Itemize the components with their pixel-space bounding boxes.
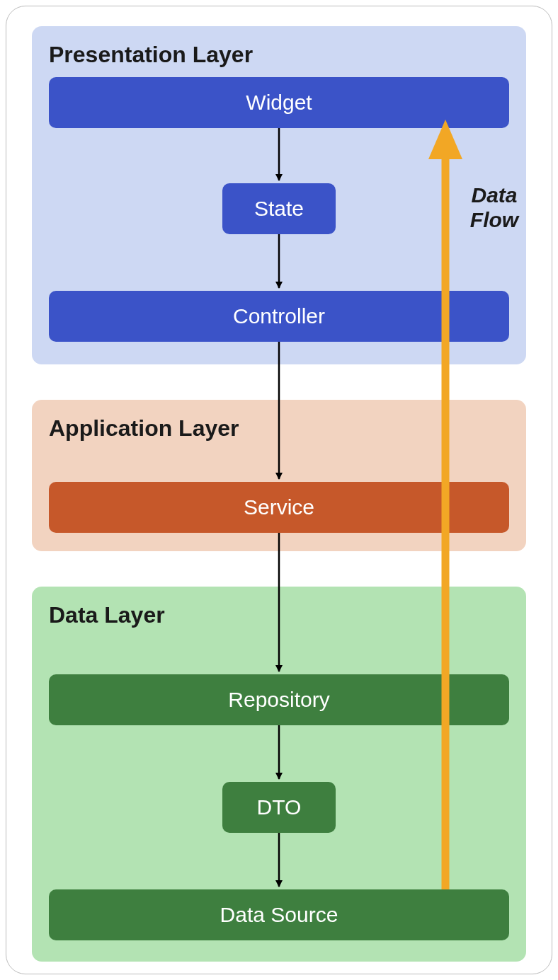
data-flow-label-text: Data Flow — [462, 183, 526, 232]
data-flow-label: Data Flow — [462, 183, 526, 232]
svg-marker-7 — [428, 120, 462, 159]
data-flow-arrow — [6, 6, 552, 974]
diagram-frame: Presentation Layer Widget State Controll… — [6, 6, 552, 974]
